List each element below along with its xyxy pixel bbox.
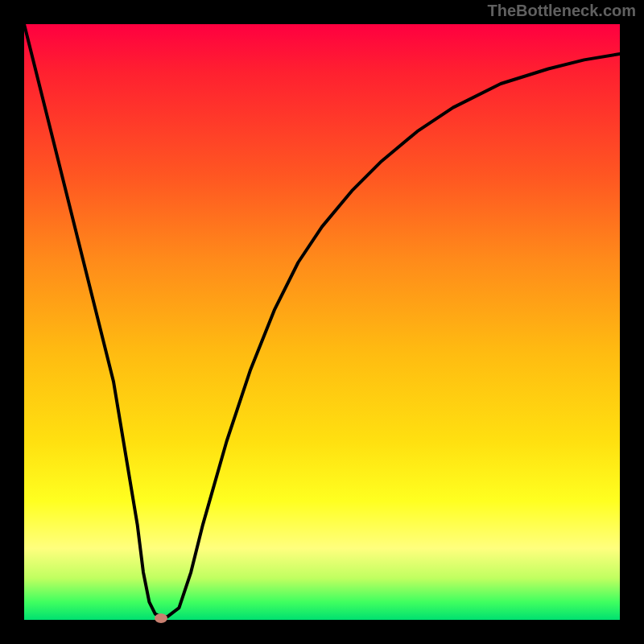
plot-area — [24, 24, 620, 620]
watermark-text: TheBottleneck.com — [488, 2, 636, 20]
minimum-marker — [155, 613, 167, 623]
chart-container: TheBottleneck.com — [0, 0, 644, 644]
curve-line — [24, 24, 620, 620]
curve-path — [24, 24, 620, 617]
